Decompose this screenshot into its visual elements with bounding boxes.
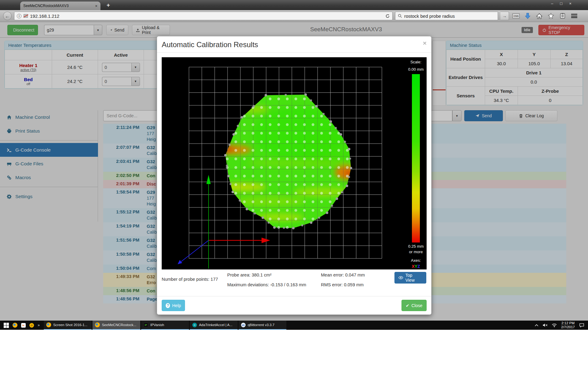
adafruit-icon: ∞: [192, 323, 197, 327]
web-app-viewport: Disconnect g29 ▾ Send Upload & Print See…: [0, 22, 588, 321]
windows-taskbar: tv @ » Screen Shot 2016-1...SeeMeCNCRost…: [0, 321, 588, 330]
taskbar-task-firefox[interactable]: SeeMeCNCRostock...: [92, 321, 140, 330]
download-icon[interactable]: [523, 12, 532, 20]
task-label: SeeMeCNCRostock...: [102, 323, 136, 327]
task-label: Screen Shot 2016-1...: [53, 323, 88, 327]
search-text[interactable]: rostock bed probe radius: [404, 13, 495, 19]
start-button[interactable]: [4, 323, 9, 328]
browser-tab-title: SeeMeCNCRostockMAXV3: [23, 4, 92, 8]
svg-text:or more: or more: [409, 250, 423, 254]
modal-stats: Number of probe points: 177 Probe area: …: [157, 269, 431, 296]
stat-mean-error: Mean error: 0.047 mm: [321, 273, 365, 277]
search-bar[interactable]: rostock bed probe radius: [395, 12, 498, 20]
stat-max-deviations: Maximum deviations: -0.153 / 0.163 mm: [227, 282, 306, 287]
reload-icon[interactable]: [385, 14, 390, 18]
tab-close-icon[interactable]: ×: [95, 4, 97, 8]
plugin-blocked-icon[interactable]: [24, 14, 28, 18]
svg-text:Scale:: Scale:: [410, 60, 421, 64]
taskbar-task-adafruit[interactable]: ∞AdaTrinketAccel | A...: [190, 321, 238, 330]
modal-footer: ? Help ✔ Close: [157, 296, 431, 314]
search-icon: [398, 14, 402, 18]
stat-probe-area: Probe area: 380.1 cm²: [227, 273, 271, 277]
firefox-icon: [46, 322, 51, 327]
svg-text:0.00 mm: 0.00 mm: [408, 67, 424, 72]
top-view-button[interactable]: Top View: [394, 272, 426, 284]
window-maximize-button[interactable]: □: [560, 1, 563, 6]
stat-probe-points: Number of probe points: 177: [162, 277, 218, 282]
taskbar-task-ipvanish[interactable]: iPIPVanish: [141, 321, 189, 330]
volume-muted-icon[interactable]: [543, 323, 548, 327]
modal-close-icon[interactable]: ×: [423, 39, 427, 47]
modal-header: Automatic Calibration Results ×: [157, 36, 431, 53]
bookmark-star-icon[interactable]: [546, 12, 556, 20]
check-icon: ✔: [406, 303, 409, 308]
home-icon[interactable]: [535, 12, 544, 20]
back-button[interactable]: ←: [3, 12, 12, 20]
taskbar-clock[interactable]: 2:12 PM 2/7/2017: [561, 321, 575, 329]
task-label: AdaTrinketAccel | A...: [199, 323, 232, 327]
stat-rms-error: RMS error: 0.059 mm: [321, 282, 364, 287]
modal-title: Automatic Calibration Results: [162, 40, 427, 49]
browser-chrome: SeeMeCNCRostockMAXV3 × + – □ × ← i 192.1…: [0, 0, 588, 22]
svg-text:0.25 mm: 0.25 mm: [408, 244, 424, 249]
ipvanish-icon: iP: [144, 323, 148, 327]
tray-chevron-icon[interactable]: [535, 324, 538, 326]
modal-close-button[interactable]: ✔ Close: [401, 300, 427, 311]
taskbar-overflow-chevron[interactable]: »: [38, 323, 40, 327]
svg-text:Axes:: Axes:: [411, 258, 421, 263]
calibration-results-modal: Automatic Calibration Results × Scale:0.…: [157, 36, 432, 315]
browser-tab-bar: SeeMeCNCRostockMAXV3 × + – □ ×: [0, 0, 588, 10]
task-label: qBittorrent v3.3.7: [248, 323, 275, 327]
clock-date: 2/7/2017: [561, 325, 575, 329]
task-label: IPVanish: [150, 323, 164, 327]
action-center-icon[interactable]: [579, 323, 584, 328]
eye-icon: [398, 276, 403, 280]
browser-tab[interactable]: SeeMeCNCRostockMAXV3 ×: [20, 2, 100, 10]
reading-list-icon[interactable]: [558, 12, 567, 20]
clock-time: 2:12 PM: [561, 321, 575, 325]
taskbar-task-firefox[interactable]: Screen Shot 2016-1...: [44, 321, 92, 330]
wifi-icon[interactable]: [552, 323, 557, 327]
taskbar-task-qbittorrent[interactable]: qbqBittorrent v3.3.7: [239, 321, 286, 330]
window-minimize-button[interactable]: –: [551, 1, 553, 6]
css-toggle-icon[interactable]: CSS: [512, 13, 520, 18]
svg-text:XYZ: XYZ: [412, 264, 420, 269]
window-close-button[interactable]: ×: [569, 1, 571, 6]
heightmap-canvas[interactable]: Scale:0.00 mm0.25 mmor moreAxes:XYZ: [162, 57, 427, 269]
quick-launch-firefox-icon[interactable]: [13, 323, 17, 328]
help-button[interactable]: ? Help: [162, 300, 185, 311]
firefox-icon: [95, 322, 100, 327]
search-go-button[interactable]: →: [500, 12, 509, 20]
site-info-icon[interactable]: i: [17, 14, 21, 18]
new-tab-button[interactable]: +: [107, 2, 110, 9]
menu-icon[interactable]: [571, 14, 577, 18]
quick-launch-icon-2[interactable]: tv: [21, 323, 26, 328]
url-text[interactable]: 192.168.1.212: [30, 13, 383, 19]
qbittorrent-icon: qb: [241, 323, 246, 327]
help-icon: ?: [166, 303, 170, 308]
quick-launch-icon-3[interactable]: @: [29, 323, 34, 328]
browser-navbar: ← i 192.168.1.212 rostock bed probe radi…: [0, 10, 588, 22]
url-bar[interactable]: i 192.168.1.212: [14, 12, 393, 20]
